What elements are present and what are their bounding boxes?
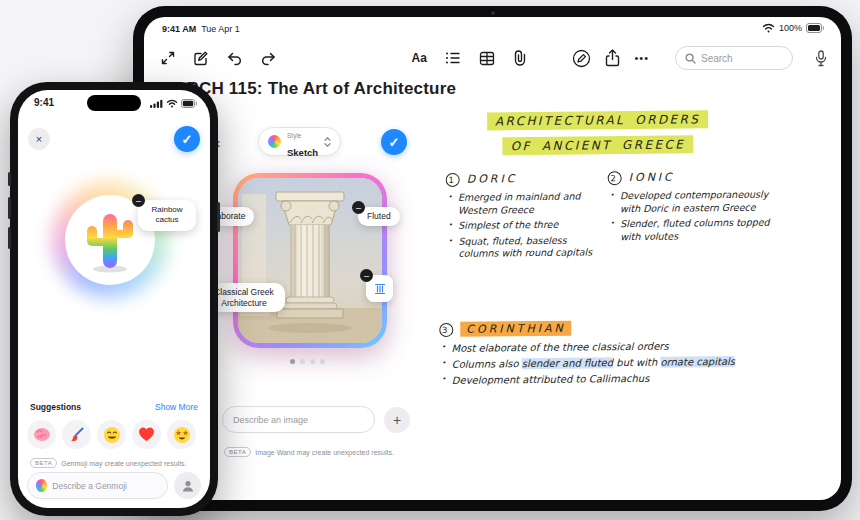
corinthian-number: 3 (439, 323, 453, 337)
generated-image-card[interactable] (233, 173, 387, 348)
dynamic-island (87, 95, 141, 111)
doric-heading: DORIC (467, 172, 518, 186)
suggestions-label: Suggestions (30, 402, 81, 412)
iphone-screen: 9:41 × ✓ (18, 90, 210, 508)
battery-icon (806, 23, 825, 33)
power-button (217, 202, 220, 232)
page-dot[interactable] (300, 359, 305, 364)
iphone-status-time: 9:41 (34, 97, 54, 108)
add-icon[interactable]: + (384, 407, 410, 433)
battery-icon (181, 99, 198, 108)
ipad-toolbar: Aa ••• (160, 41, 827, 75)
doric-number: 1 (446, 173, 460, 187)
doric-bullet: Emerged in mainland and Western Greece (448, 190, 598, 217)
show-more-link[interactable]: Show More (155, 402, 198, 412)
search-field[interactable] (675, 46, 793, 70)
laughing-emoji[interactable] (97, 420, 126, 449)
beta-note-text: Image Wand may create unexpected results… (255, 449, 394, 456)
describe-genmoji-field[interactable] (27, 472, 168, 499)
ipad-status-date: Tue Apr 1 (201, 24, 240, 34)
tag-fluted[interactable]: –Fluted (358, 207, 400, 226)
search-input[interactable] (701, 53, 781, 64)
describe-image-field[interactable] (222, 406, 375, 433)
action-button (8, 172, 11, 186)
paintbrush-emoji[interactable] (62, 420, 91, 449)
corinthian-bullet: Columns also slender and fluted but with… (442, 355, 740, 371)
handwritten-notes-canvas[interactable]: ARCHITECTURAL ORDERS OF ANCIENT GREECE 1… (437, 105, 831, 499)
corinthian-bullet: Development attributed to Callimachus (442, 371, 740, 387)
ionic-number: 2 (608, 171, 622, 185)
heart-emoji[interactable] (132, 420, 161, 449)
corinthian-heading: CORINTHIAN (460, 321, 572, 337)
ipad-status-time: 9:41 AM (162, 24, 196, 34)
brain-emoji[interactable] (27, 420, 56, 449)
beta-note-text: Genmoji may create unexpected results. (61, 460, 186, 467)
ipad-screen: 9:41 AMTue Apr 1 100% Aa (144, 17, 841, 500)
resize-icon[interactable] (160, 50, 176, 66)
share-icon[interactable] (605, 49, 620, 67)
section-corinthian: 3CORINTHIAN Most elaborate of the three … (439, 320, 740, 391)
tag-column-style-chip[interactable]: – (366, 275, 393, 302)
remove-tag-icon[interactable]: – (352, 201, 365, 214)
iphone-status-icons (150, 99, 198, 108)
search-icon (685, 53, 696, 64)
attachment-icon[interactable] (513, 50, 527, 66)
page-dot[interactable] (290, 359, 295, 364)
style-label: Style (287, 132, 301, 139)
remove-tag-icon[interactable]: – (132, 194, 145, 207)
more-icon[interactable]: ••• (634, 52, 649, 64)
close-icon[interactable]: × (28, 128, 50, 150)
style-picker-chip[interactable]: StyleSketch (258, 127, 341, 156)
rainbow-cactus-emoji (82, 206, 138, 274)
corinthian-bullet: Most elaborate of the three classical or… (441, 339, 739, 355)
ipad-status-right: 100% (762, 23, 825, 33)
volume-down-button (8, 227, 11, 249)
battery-percent: 100% (779, 23, 802, 33)
pagination-dots (290, 359, 325, 364)
beta-badge: BETA (30, 458, 57, 468)
wifi-icon (762, 23, 775, 33)
ipad-status-bar: 9:41 AMTue Apr 1 (162, 24, 240, 34)
page-dot[interactable] (310, 359, 315, 364)
section-ionic: 2IONIC Developed contemporaneously with … (608, 170, 777, 247)
genmoji-input-row (27, 472, 201, 499)
markup-pen-icon[interactable] (572, 49, 591, 68)
page-dot[interactable] (320, 359, 325, 364)
checklist-icon[interactable] (445, 51, 461, 65)
text-style-icon[interactable]: Aa (412, 51, 427, 65)
stage: 9:41 AMTue Apr 1 100% Aa (0, 0, 860, 520)
ionic-bullet: Developed contemporaneously with Doric i… (610, 189, 776, 216)
iphone-device: 9:41 × ✓ (10, 82, 218, 516)
genmoji-icon (36, 479, 47, 492)
genmoji-beta-note: BETA Genmoji may create unexpected resul… (30, 458, 187, 468)
chevron-up-down-icon (324, 136, 331, 148)
confirm-check-icon[interactable]: ✓ (381, 129, 407, 155)
style-value: Sketch (287, 147, 318, 158)
compose-icon[interactable] (193, 50, 209, 66)
doric-bullet: Squat, fluted, baseless columns with rou… (448, 234, 598, 261)
highlighted-text: slender and fluted (522, 357, 613, 369)
image-wand-beta-note: BETA Image Wand may create unexpected re… (224, 447, 394, 457)
people-picker-button[interactable] (174, 472, 201, 499)
confirm-check-icon[interactable]: ✓ (174, 126, 200, 152)
image-playground-icon (268, 135, 281, 148)
starstruck-emoji[interactable] (167, 420, 196, 449)
column-icon (373, 282, 387, 296)
describe-image-input[interactable] (233, 415, 364, 425)
highlighted-text: ornate capitals (660, 356, 735, 368)
ipad-device: 9:41 AMTue Apr 1 100% Aa (133, 6, 852, 511)
table-icon[interactable] (479, 51, 495, 66)
tag-rainbow-cactus[interactable]: – Rainbow cactus (138, 200, 196, 231)
notes-title-block: ARCHITECTURAL ORDERS OF ANCIENT GREECE (455, 108, 741, 161)
volume-up-button (8, 197, 11, 219)
redo-icon[interactable] (260, 50, 277, 66)
mic-icon[interactable] (815, 50, 827, 67)
remove-tag-icon[interactable]: – (360, 269, 373, 282)
suggestions-header: Suggestions Show More (30, 402, 198, 412)
ionic-bullet: Slender, fluted columns topped with volu… (610, 217, 776, 244)
section-doric: 1DORIC Emerged in mainland and Western G… (446, 171, 599, 263)
describe-genmoji-input[interactable] (52, 481, 159, 491)
note-title: ARCH 115: The Art of Architecture (174, 79, 456, 99)
undo-icon[interactable] (226, 50, 243, 66)
ipad-camera (491, 11, 495, 15)
